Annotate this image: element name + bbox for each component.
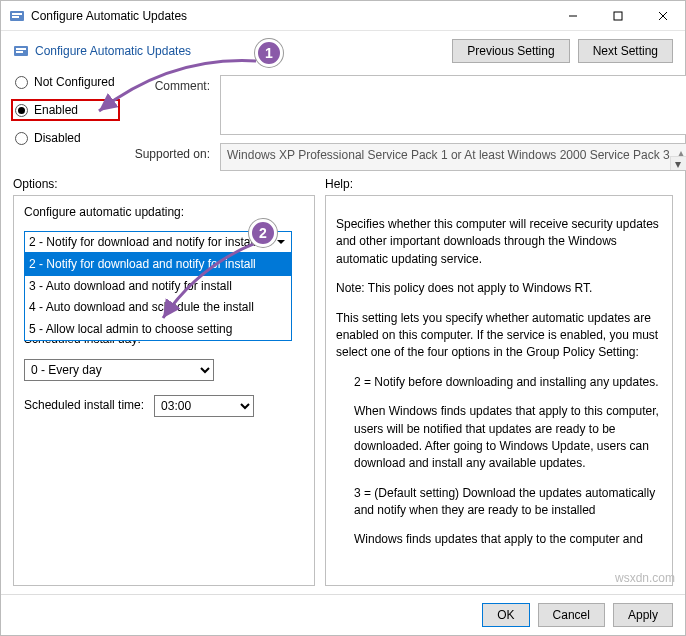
- help-text: This setting lets you specify whether au…: [336, 310, 662, 362]
- supported-label: Supported on:: [120, 143, 210, 161]
- apply-button[interactable]: Apply: [613, 603, 673, 627]
- annotation-badge-1: 1: [255, 39, 283, 67]
- titlebar: Configure Automatic Updates: [1, 1, 685, 31]
- next-setting-button[interactable]: Next Setting: [578, 39, 673, 63]
- supported-row: Supported on: Windows XP Professional Se…: [120, 143, 686, 171]
- close-button[interactable]: [640, 1, 685, 30]
- scheduled-time-label: Scheduled install time:: [24, 397, 144, 414]
- radio-icon: [15, 76, 28, 89]
- scheduled-day-select[interactable]: 0 - Every day: [24, 359, 214, 381]
- policy-icon: [9, 8, 25, 24]
- help-text: Windows finds updates that apply to the …: [354, 531, 662, 548]
- comment-supported-col: Comment: Supported on: Windows XP Profes…: [120, 67, 686, 171]
- page-title: Configure Automatic Updates: [13, 43, 444, 59]
- dialog-footer: OK Cancel Apply: [1, 594, 685, 635]
- panels-header: Options: Help:: [1, 177, 685, 195]
- comment-input[interactable]: [220, 75, 686, 135]
- help-text: Specifies whether this computer will rec…: [336, 216, 662, 268]
- select-option[interactable]: 5 - Allow local admin to choose setting: [25, 319, 291, 340]
- help-label: Help:: [325, 177, 353, 191]
- radio-disabled[interactable]: Disabled: [15, 131, 120, 145]
- radio-label: Disabled: [34, 131, 81, 145]
- radio-icon: [15, 132, 28, 145]
- help-panel: Specifies whether this computer will rec…: [325, 195, 673, 586]
- options-label: Options:: [13, 177, 313, 191]
- previous-setting-button[interactable]: Previous Setting: [452, 39, 569, 63]
- minimize-button[interactable]: [550, 1, 595, 30]
- select-option[interactable]: 4 - Auto download and schedule the insta…: [25, 297, 291, 318]
- state-radio-group: Not Configured Enabled Disabled: [1, 67, 120, 171]
- cancel-button[interactable]: Cancel: [538, 603, 605, 627]
- radio-enabled[interactable]: Enabled: [11, 99, 120, 121]
- ok-button[interactable]: OK: [482, 603, 529, 627]
- comment-row: Comment:: [120, 75, 686, 135]
- chevron-down-icon[interactable]: ▾: [670, 156, 686, 170]
- select-dropdown-list: 2 - Notify for download and notify for i…: [24, 253, 292, 341]
- svg-rect-2: [12, 16, 19, 18]
- select-option[interactable]: 2 - Notify for download and notify for i…: [25, 254, 291, 275]
- policy-icon: [13, 43, 29, 59]
- annotation-badge-2: 2: [249, 219, 277, 247]
- comment-label: Comment:: [120, 75, 210, 93]
- svg-rect-4: [614, 12, 622, 20]
- help-text: When Windows finds updates that apply to…: [354, 403, 662, 473]
- page-title-text: Configure Automatic Updates: [35, 44, 191, 58]
- radio-not-configured[interactable]: Not Configured: [15, 75, 120, 89]
- radio-label: Enabled: [34, 103, 78, 117]
- maximize-button[interactable]: [595, 1, 640, 30]
- panels: Configure automatic updating: 2 - Notify…: [1, 195, 685, 594]
- dialog-window: 1 2 Configure Automatic Updates Configur…: [0, 0, 686, 636]
- svg-rect-8: [16, 48, 26, 50]
- svg-rect-9: [16, 51, 23, 53]
- help-text: 3 = (Default setting) Download the updat…: [354, 485, 662, 520]
- help-text: 2 = Notify before downloading and instal…: [354, 374, 662, 391]
- supported-on-field: Windows XP Professional Service Pack 1 o…: [220, 143, 686, 171]
- radio-icon: [15, 104, 28, 117]
- scheduled-time-select[interactable]: 03:00: [154, 395, 254, 417]
- svg-rect-1: [12, 13, 22, 15]
- help-text: Note: This policy does not apply to Wind…: [336, 280, 662, 297]
- options-panel: Configure automatic updating: 2 - Notify…: [13, 195, 315, 586]
- state-section: Not Configured Enabled Disabled Comment:…: [1, 67, 685, 171]
- supported-on-text: Windows XP Professional Service Pack 1 o…: [227, 148, 670, 162]
- select-option[interactable]: 3 - Auto download and notify for install: [25, 276, 291, 297]
- header-row: Configure Automatic Updates Previous Set…: [1, 31, 685, 67]
- radio-label: Not Configured: [34, 75, 115, 89]
- window-title: Configure Automatic Updates: [31, 9, 550, 23]
